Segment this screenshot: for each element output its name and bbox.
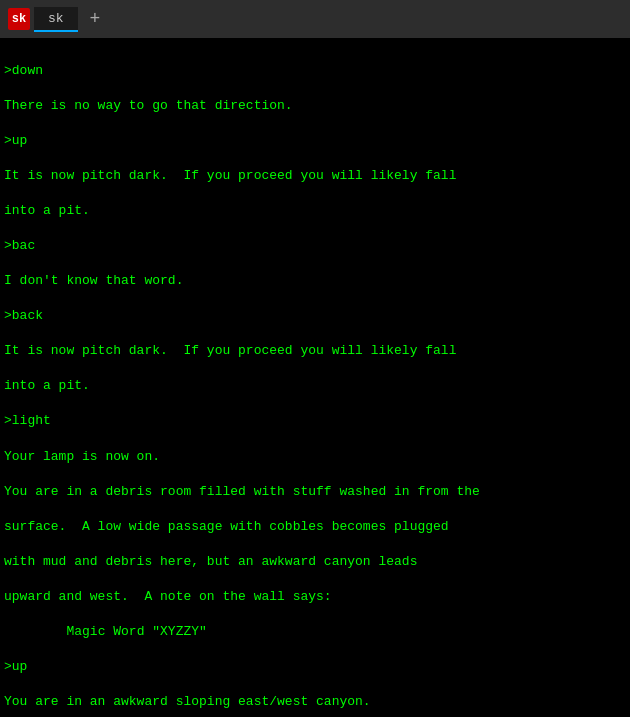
title-bar: sk sk + xyxy=(0,0,630,38)
terminal-output: with mud and debris here, but an awkward… xyxy=(4,553,626,571)
terminal-output: You are in an awkward sloping east/west … xyxy=(4,693,626,711)
terminal-output: upward and west. A note on the wall says… xyxy=(4,588,626,606)
terminal-command: >bac xyxy=(4,237,626,255)
icon-label: sk xyxy=(12,12,26,26)
terminal-body[interactable]: >down There is no way to go that directi… xyxy=(0,38,630,717)
terminal-command: >down xyxy=(4,62,626,80)
terminal-output: Magic Word "XYZZY" xyxy=(4,623,626,641)
add-tab-button[interactable]: + xyxy=(82,10,109,28)
terminal-command: >light xyxy=(4,412,626,430)
terminal-command: >up xyxy=(4,132,626,150)
terminal-output: It is now pitch dark. If you proceed you… xyxy=(4,342,626,360)
terminal-output: Your lamp is now on. xyxy=(4,448,626,466)
terminal-output: into a pit. xyxy=(4,202,626,220)
add-icon: + xyxy=(90,9,101,29)
terminal-output: You are in a debris room filled with stu… xyxy=(4,483,626,501)
terminal-output: It is now pitch dark. If you proceed you… xyxy=(4,167,626,185)
active-tab[interactable]: sk xyxy=(34,7,78,32)
tab-icon: sk xyxy=(8,8,30,30)
terminal-command: >up xyxy=(4,658,626,676)
terminal-output: There is no way to go that direction. xyxy=(4,97,626,115)
terminal-output: surface. A low wide passage with cobbles… xyxy=(4,518,626,536)
terminal-output: into a pit. xyxy=(4,377,626,395)
terminal-output: I don't know that word. xyxy=(4,272,626,290)
terminal-command: >back xyxy=(4,307,626,325)
tab-label: sk xyxy=(48,11,64,26)
